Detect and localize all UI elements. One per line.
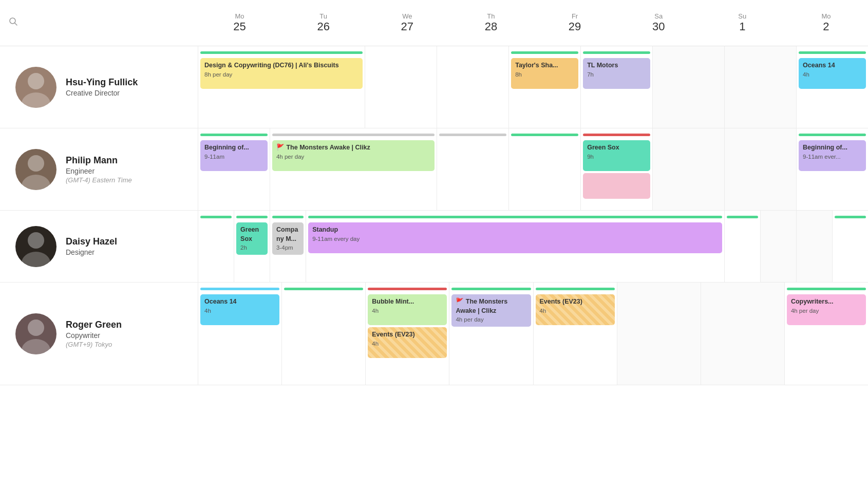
- event-roger-2-0[interactable]: Bubble Mint... 4h: [368, 294, 447, 325]
- day-col-hsu-4: TL Motors 7h: [580, 46, 652, 128]
- avail-bar-hsu-6: [727, 51, 794, 54]
- day-col-roger-4: Events (EV23) 4h: [533, 283, 617, 385]
- event-daisy-3-0[interactable]: Standup 9-11am every day: [308, 222, 722, 253]
- event-time-roger-7-0: 4h per day: [791, 307, 862, 315]
- header-day-0: Mo 25: [198, 0, 281, 46]
- event-roger-2-1[interactable]: Events (EV23) 4h: [368, 327, 447, 358]
- header-day-6: Su 1: [701, 0, 784, 46]
- day-col-hsu-5: [652, 46, 724, 128]
- person-name-roger: Roger Green: [66, 319, 122, 330]
- day-num-3: 28: [485, 20, 497, 33]
- avatar-roger: [15, 313, 56, 354]
- event-title-daisy-1-0: Green Sox: [240, 225, 263, 243]
- event-title-roger-3-0: 🚩 The Monsters Awake | Clikz: [456, 297, 526, 315]
- event-time-hsu-7-0: 4h: [803, 70, 862, 79]
- avail-bar-roger-0: [200, 288, 279, 290]
- search-icon[interactable]: [8, 16, 18, 29]
- event-time-roger-3-0: 4h per day: [456, 315, 526, 324]
- avail-bar-philip-3: [511, 134, 578, 136]
- event-time-philip-0-0: 9-11am: [204, 153, 263, 161]
- day-col-roger-5: [617, 283, 701, 385]
- person-row-daisy: Daisy Hazel Designer Green Sox 2h Compan…: [0, 211, 868, 283]
- avail-bar-philip-7: [799, 134, 866, 136]
- event-time-daisy-1-0: 2h: [240, 243, 263, 252]
- person-tz-philip: (GMT-4) Eastern Time: [66, 176, 132, 184]
- svg-point-7: [22, 252, 50, 267]
- day-col-daisy-3: Standup 9-11am every day: [306, 211, 724, 282]
- svg-point-3: [22, 92, 50, 108]
- event-hsu-0-0[interactable]: Design & Copywriting (DC76) | Ali's Bisc…: [200, 58, 363, 89]
- avail-bar-roger-6: [703, 288, 782, 290]
- event-roger-7-0[interactable]: Copywriters... 4h per day: [787, 294, 866, 325]
- event-title-hsu-3-0: Taylor's Sha...: [515, 61, 574, 70]
- event-philip-0-0[interactable]: Beginning of... 9-11am: [200, 140, 268, 171]
- avail-bar-daisy-1: [236, 216, 268, 218]
- day-col-philip-1: 🚩 The Monsters Awake | Clikz 4h per day: [270, 128, 437, 210]
- event-daisy-1-0[interactable]: Green Sox 2h: [236, 222, 268, 255]
- day-num-6: 1: [739, 20, 745, 33]
- day-num-2: 27: [401, 20, 413, 33]
- day-name-6: Su: [738, 12, 746, 20]
- event-title-hsu-7-0: Oceans 14: [803, 61, 862, 70]
- day-name-4: Fr: [572, 12, 578, 20]
- event-roger-4-0[interactable]: Events (EV23) 4h: [536, 294, 615, 325]
- schedule-area-daisy: Green Sox 2h Company M... 3-4pm Standup …: [198, 211, 868, 282]
- avail-bar-daisy-3: [308, 216, 722, 218]
- event-philip-1-0[interactable]: 🚩 The Monsters Awake | Clikz 4h per day: [272, 140, 435, 171]
- event-hsu-4-0[interactable]: TL Motors 7h: [583, 58, 650, 89]
- event-philip-4-0[interactable]: Green Sox 9h: [583, 140, 650, 171]
- event-title-roger-4-0: Events (EV23): [540, 297, 611, 307]
- event-philip-4-1[interactable]: [583, 173, 650, 199]
- svg-point-2: [28, 73, 44, 89]
- event-title-roger-0-0: Oceans 14: [204, 297, 275, 307]
- day-col-daisy-7: [832, 211, 868, 282]
- event-roger-3-0[interactable]: 🚩 The Monsters Awake | Clikz 4h per day: [451, 294, 531, 327]
- avail-bar-hsu-1: [367, 51, 435, 54]
- day-num-4: 29: [569, 20, 581, 33]
- day-col-roger-6: [701, 283, 784, 385]
- event-title-philip-1-0: 🚩 The Monsters Awake | Clikz: [276, 143, 430, 153]
- event-title-philip-7-0: Beginning of...: [803, 143, 862, 153]
- day-col-philip-5: [652, 128, 724, 210]
- header-days: Mo 25 Tu 26 We 27 Th 28 Fr 29 Sa 30 Su 1…: [198, 0, 868, 46]
- event-title-hsu-4-0: TL Motors: [587, 61, 646, 70]
- avail-bar-hsu-4: [583, 51, 650, 54]
- person-info-philip: Philip Mann Engineer (GMT-4) Eastern Tim…: [0, 128, 198, 210]
- avail-bar-daisy-2: [272, 216, 304, 218]
- svg-point-9: [22, 339, 50, 354]
- day-col-hsu-3: Taylor's Sha... 8h: [508, 46, 580, 128]
- event-hsu-7-0[interactable]: Oceans 14 4h: [799, 58, 866, 89]
- day-col-daisy-0: [198, 211, 234, 282]
- svg-line-1: [15, 23, 17, 26]
- header-day-4: Fr 29: [533, 0, 617, 46]
- event-hsu-3-0[interactable]: Taylor's Sha... 8h: [511, 58, 578, 89]
- event-time-roger-4-0: 4h: [540, 307, 611, 315]
- day-col-roger-1: [281, 283, 365, 385]
- event-philip-7-0[interactable]: Beginning of... 9-11am ever...: [799, 140, 866, 171]
- person-tz-roger: (GMT+9) Tokyo: [66, 341, 122, 348]
- day-num-5: 30: [652, 20, 665, 33]
- event-title-roger-2-0: Bubble Mint...: [372, 297, 443, 307]
- event-time-daisy-3-0: 9-11am every day: [312, 235, 718, 243]
- avail-bar-daisy-4: [727, 216, 758, 218]
- event-daisy-2-0[interactable]: Company M... 3-4pm: [272, 222, 304, 255]
- day-col-hsu-0: Design & Copywriting (DC76) | Ali's Bisc…: [198, 46, 365, 128]
- day-col-roger-3: 🚩 The Monsters Awake | Clikz 4h per day: [449, 283, 533, 385]
- header-day-7: Mo 2: [784, 0, 868, 46]
- day-col-daisy-1: Green Sox 2h: [234, 211, 270, 282]
- event-time-philip-4-0: 9h: [587, 153, 646, 161]
- svg-point-8: [28, 319, 44, 336]
- avatar-hsu: [15, 67, 56, 108]
- event-time-daisy-2-0: 3-4pm: [276, 243, 299, 252]
- avail-bar-daisy-5: [763, 216, 794, 218]
- day-col-philip-7: Beginning of... 9-11am ever...: [796, 128, 868, 210]
- person-role-roger: Copywriter: [66, 331, 122, 340]
- person-row-philip: Philip Mann Engineer (GMT-4) Eastern Tim…: [0, 128, 868, 211]
- person-name-hsu: Hsu-Ying Fullick: [66, 77, 138, 88]
- person-name-daisy: Daisy Hazel: [66, 236, 117, 247]
- person-details-roger: Roger Green Copywriter (GMT+9) Tokyo: [66, 319, 122, 348]
- person-info-hsu: Hsu-Ying Fullick Creative Director: [0, 46, 198, 128]
- event-roger-0-0[interactable]: Oceans 14 4h: [200, 294, 279, 325]
- person-info-roger: Roger Green Copywriter (GMT+9) Tokyo: [0, 283, 198, 385]
- avail-bar-roger-5: [619, 288, 699, 290]
